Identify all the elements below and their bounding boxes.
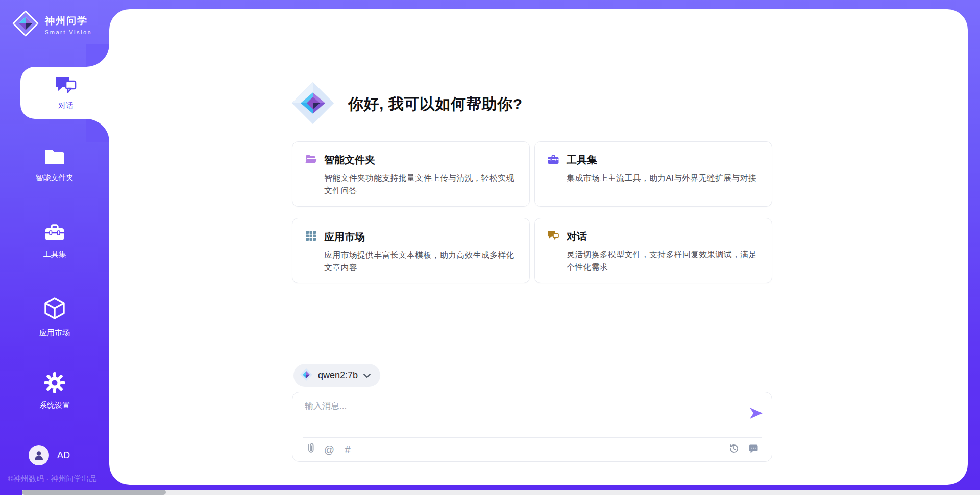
composer-divider [303,437,762,438]
sidebar-item-label: 智能文件夹 [0,173,109,183]
card-title: 应用市场 [324,230,365,244]
tab-curve-top [86,44,109,67]
card-chat[interactable]: 对话 灵活切换多模型文件，支持多样回复效果调试，满足个性化需求 [534,218,772,283]
history-button[interactable] [728,443,740,456]
sidebar-item-settings[interactable]: 系统设置 [0,372,109,410]
send-icon [749,414,763,422]
sidebar-item-label: 应用市场 [0,328,109,338]
sidebar-item-toolset[interactable]: 工具集 [0,221,109,259]
model-logo-icon [300,368,313,383]
tab-curve-bottom [86,119,109,142]
card-smart-folder[interactable]: 智能文件夹 智能文件夹功能支持批量文件上传与清洗，轻松实现文件问答 [292,141,530,207]
feedback-chat-icon [748,443,759,457]
briefcase-icon [43,236,66,244]
user-name: AD [57,450,70,461]
brand-logo-icon [11,9,40,40]
chat-icon [547,230,559,243]
horizontal-scrollbar[interactable] [22,490,980,495]
history-icon [728,443,740,457]
copyright-footer: ©神州数码 · 神州问学出品 [8,474,96,484]
sidebar-item-app-market[interactable]: 应用市场 [0,296,109,338]
briefcase-icon [547,154,559,167]
sidebar-item-label: 系统设置 [0,401,109,410]
brand-name: 神州问学 [45,14,92,28]
user-avatar-icon [29,445,49,465]
folder-open-icon [305,154,317,167]
brand-subtitle: Smart Vision [45,29,92,35]
cube-icon [42,314,67,323]
assistant-logo-icon [291,81,335,128]
paperclip-icon [306,443,316,457]
card-title: 智能文件夹 [324,153,375,167]
model-selector[interactable]: qwen2:7b [293,364,380,387]
hash-button[interactable]: # [341,443,354,456]
mention-button[interactable]: @ [323,443,335,456]
mention-icon: @ [324,444,334,456]
send-button[interactable] [748,406,764,422]
gear-icon [43,387,66,395]
card-title: 对话 [567,230,587,243]
card-description: 灵活切换多模型文件，支持多样回复效果调试，满足个性化需求 [567,249,760,274]
feedback-button[interactable] [747,443,760,456]
message-input[interactable] [305,400,723,431]
main-panel: 你好, 我可以如何帮助你? 智能文件夹 智能文件夹功能支持批量文件上传与清洗，轻… [109,9,968,485]
greeting-row: 你好, 我可以如何帮助你? [291,81,523,128]
card-description: 集成市场上主流工具，助力AI与外界无缝扩展与对接 [567,172,760,185]
brand: 神州问学 Smart Vision [11,9,92,40]
attachment-button[interactable] [305,443,317,456]
sidebar-item-chat[interactable]: 对话 [20,67,111,119]
model-name: qwen2:7b [318,370,358,381]
card-title: 工具集 [567,153,597,167]
composer-toolbar: @ # [305,443,760,456]
sidebar: 神州问学 Smart Vision 对话 智能文件夹 [0,0,109,495]
greeting-title: 你好, 我可以如何帮助你? [348,94,523,115]
card-description: 应用市场提供丰富长文本模板，助力高效生成多样化文章内容 [324,249,517,275]
feature-cards: 智能文件夹 智能文件夹功能支持批量文件上传与清洗，轻松实现文件问答 [292,141,772,283]
hash-icon: # [345,444,350,456]
scrollbar-thumb[interactable] [22,490,166,495]
sidebar-item-label: 工具集 [0,250,109,259]
grid-icon [305,230,317,244]
chevron-down-icon [363,371,371,380]
composer: @ # [292,392,772,462]
sidebar-item-smart-folder[interactable]: 智能文件夹 [0,147,109,183]
chat-icon [54,75,78,97]
card-description: 智能文件夹功能支持批量文件上传与清洗，轻松实现文件问答 [324,172,517,197]
user-account[interactable]: AD [29,445,70,465]
sidebar-item-label: 对话 [58,101,74,111]
card-app-market[interactable]: 应用市场 应用市场提供丰富长文本模板，助力高效生成多样化文章内容 [292,218,530,283]
card-toolset[interactable]: 工具集 集成市场上主流工具，助力AI与外界无缝扩展与对接 [534,141,772,207]
folder-icon [43,159,66,168]
